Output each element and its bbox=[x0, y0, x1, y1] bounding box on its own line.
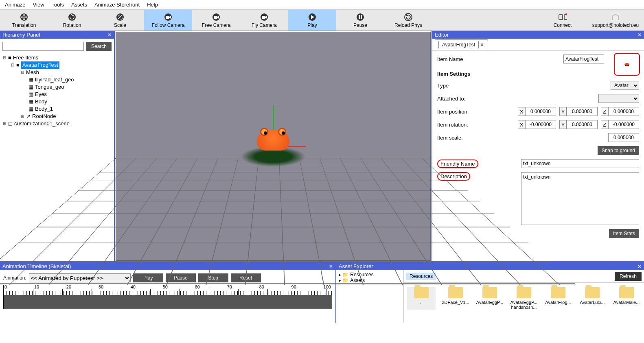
tree-item[interactable]: ▦ Body_1 bbox=[2, 105, 112, 113]
rotation-label: Item rotation: bbox=[437, 122, 510, 128]
rot-y-input[interactable] bbox=[567, 120, 598, 129]
free-camera-label: Free Camera bbox=[202, 22, 231, 28]
editor-header: Editor ✕ bbox=[432, 31, 644, 39]
svg-rect-12 bbox=[361, 15, 362, 19]
fly-camera-button[interactable]: Fly Camera bbox=[240, 10, 288, 31]
hierarchy-title: Hierarchy Panel bbox=[2, 32, 40, 38]
follow-camera-button[interactable]: Follow Camera bbox=[144, 10, 192, 31]
close-icon[interactable]: ✕ bbox=[637, 32, 642, 38]
asset-item[interactable]: AvatarLuci... bbox=[578, 287, 607, 310]
pos-z-input[interactable] bbox=[608, 107, 639, 116]
tree-rootnode[interactable]: ⊞↗ RootNode bbox=[2, 113, 112, 120]
play-icon bbox=[308, 13, 317, 22]
reload-icon bbox=[404, 13, 413, 22]
tree-custom[interactable]: ⊞◻ customization01_scene bbox=[2, 120, 112, 127]
play-button[interactable]: Play bbox=[288, 10, 336, 31]
pos-y-input[interactable] bbox=[567, 107, 598, 116]
pause-label: Pause bbox=[353, 22, 367, 28]
camera-icon bbox=[164, 13, 173, 22]
type-select[interactable]: Avatar bbox=[611, 81, 639, 90]
pause-button[interactable]: Pause bbox=[336, 10, 384, 31]
svg-point-16 bbox=[565, 13, 567, 15]
tree-avatar[interactable]: ⊟■ AvatarFrogTest bbox=[2, 61, 112, 69]
thumbnail-preview[interactable] bbox=[614, 53, 640, 76]
hierarchy-search-button[interactable]: Search bbox=[86, 42, 112, 51]
timeline-ruler[interactable]: 01020 304050 607080 90100 bbox=[3, 285, 332, 309]
close-icon[interactable]: ✕ bbox=[107, 32, 112, 38]
snap-to-ground-button[interactable]: Snap to ground bbox=[598, 146, 639, 155]
rotation-label: Rotation bbox=[63, 22, 81, 28]
svg-rect-14 bbox=[559, 15, 563, 20]
tree-item[interactable]: ▦ Eyes bbox=[2, 91, 112, 98]
tree-item[interactable]: ▦ Tongue_geo bbox=[2, 83, 112, 91]
type-label: Type bbox=[437, 83, 510, 89]
connect-button[interactable]: Connect bbox=[538, 10, 587, 31]
scale-button[interactable]: Scale bbox=[96, 10, 144, 31]
scale-label: Scale bbox=[114, 22, 126, 28]
viewport-3d[interactable] bbox=[116, 32, 431, 261]
tree-mesh[interactable]: ⊟ Mesh bbox=[2, 69, 112, 76]
editor-tab[interactable]: AvatarFrogTest ✕ bbox=[435, 39, 488, 49]
avatar-frog bbox=[241, 130, 306, 151]
asset-item[interactable]: AvatarEggP... handsnosh... bbox=[510, 287, 538, 310]
attached-select[interactable] bbox=[598, 94, 639, 103]
menu-view[interactable]: View bbox=[33, 2, 44, 8]
asset-item[interactable]: 2DFace_V1... bbox=[441, 287, 470, 310]
asset-item[interactable]: .. bbox=[407, 287, 436, 310]
translation-icon bbox=[20, 13, 28, 22]
hierarchy-search-input[interactable] bbox=[2, 42, 84, 51]
scale-input[interactable] bbox=[608, 133, 639, 142]
refresh-button[interactable]: Refresh bbox=[615, 272, 642, 281]
pause-icon bbox=[356, 13, 365, 22]
reload-phys-button[interactable]: Reload Phys bbox=[384, 10, 432, 31]
connect-label: Connect bbox=[554, 22, 572, 28]
menu-assets[interactable]: Assets bbox=[71, 2, 87, 8]
asset-item[interactable]: AvatarFrog... bbox=[544, 287, 572, 310]
tree-item[interactable]: ▦ Body bbox=[2, 98, 112, 105]
rot-z-input[interactable] bbox=[608, 120, 639, 129]
item-name-input[interactable] bbox=[563, 55, 604, 63]
support-label: support@holotech.eu bbox=[592, 22, 639, 28]
svg-rect-4 bbox=[166, 16, 169, 19]
hierarchy-header: Hierarchy Panel ✕ bbox=[0, 31, 114, 39]
camera-icon bbox=[212, 13, 221, 22]
translation-button[interactable]: Translation bbox=[0, 10, 48, 31]
scale-label: Item scale: bbox=[437, 135, 510, 141]
menu-help[interactable]: Help bbox=[147, 2, 158, 8]
svg-rect-6 bbox=[214, 16, 217, 19]
item-settings-header: Item Settings bbox=[437, 71, 471, 77]
menu-storefront[interactable]: Animaze Storefront bbox=[94, 2, 140, 8]
svg-rect-11 bbox=[359, 15, 360, 19]
position-label: Item position: bbox=[437, 109, 510, 115]
reload-phys-label: Reload Phys bbox=[394, 22, 422, 28]
toolbar: Translation Rotation Scale Follow Camera… bbox=[0, 10, 644, 31]
support-button[interactable]: support@holotech.eu bbox=[587, 10, 644, 31]
editor-panel: Editor ✕ AvatarFrogTest ✕ Item Name Item… bbox=[432, 31, 644, 262]
friendly-name-input[interactable] bbox=[521, 159, 639, 168]
rotation-button[interactable]: Rotation bbox=[48, 10, 96, 31]
svg-rect-15 bbox=[564, 15, 567, 20]
menu-bar: Animaze View Tools Assets Animaze Storef… bbox=[0, 0, 644, 10]
svg-point-10 bbox=[357, 13, 364, 21]
asset-item[interactable]: AvatarEggP... bbox=[475, 287, 504, 310]
friendly-name-label: Friendly Name bbox=[437, 159, 478, 168]
logo-icon bbox=[611, 13, 620, 22]
tree-item[interactable]: ▦ lilyPad_leaf_geo bbox=[2, 76, 112, 83]
connect-icon bbox=[558, 13, 567, 22]
rot-x-input[interactable] bbox=[525, 120, 556, 129]
pos-x-input[interactable] bbox=[525, 107, 556, 116]
follow-camera-label: Follow Camera bbox=[152, 22, 185, 28]
item-stats-button[interactable]: Item Stats bbox=[609, 229, 639, 238]
free-camera-button[interactable]: Free Camera bbox=[192, 10, 240, 31]
item-name-label: Item Name bbox=[437, 56, 510, 62]
description-label: Description bbox=[437, 172, 470, 181]
close-icon[interactable]: ✕ bbox=[637, 264, 642, 269]
attached-label: Attached to: bbox=[437, 96, 510, 102]
scale-icon bbox=[116, 13, 125, 22]
editor-tab-bar: AvatarFrogTest ✕ bbox=[432, 39, 644, 50]
asset-item[interactable]: AvatarMale... bbox=[612, 287, 641, 310]
menu-animaze[interactable]: Animaze bbox=[5, 2, 26, 8]
menu-tools[interactable]: Tools bbox=[52, 2, 64, 8]
tree-root[interactable]: ⊟■ Free Items bbox=[2, 54, 112, 61]
description-textarea[interactable]: txt_unknown bbox=[521, 172, 639, 225]
